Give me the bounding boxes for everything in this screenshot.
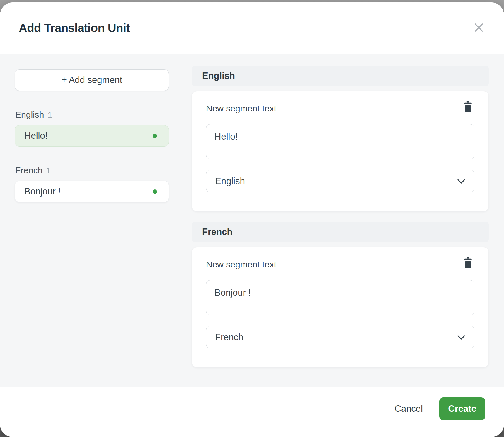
selected-language: English: [215, 176, 245, 187]
language-select-english[interactable]: English: [206, 170, 474, 192]
trash-icon: [463, 101, 473, 113]
language-select-french[interactable]: French: [206, 326, 474, 348]
delete-segment-button[interactable]: [462, 257, 474, 271]
segment-count-badge: 1: [46, 166, 51, 175]
close-button[interactable]: [472, 21, 486, 35]
segment-list-item-english[interactable]: Hello!: [15, 125, 169, 147]
green-dot-icon: [153, 189, 157, 194]
close-icon: [474, 22, 484, 34]
segment-editor-panel: English New segment text: [192, 66, 489, 387]
chevron-down-icon: [457, 176, 465, 187]
dialog-body: + Add segment English 1 Hello! French 1 …: [0, 54, 504, 387]
cancel-button[interactable]: Cancel: [395, 404, 423, 414]
delete-segment-button[interactable]: [462, 101, 474, 115]
segment-text-input[interactable]: Hello!: [206, 124, 474, 159]
segment-card-french: New segment text Bonjour !: [192, 247, 489, 367]
segment-text-input[interactable]: Bonjour !: [206, 280, 474, 315]
editor-section-french: French New segment text: [192, 222, 489, 367]
add-translation-unit-dialog: Add Translation Unit + Add segment Engli…: [0, 2, 504, 437]
dialog-footer: Cancel Create: [0, 387, 504, 437]
section-heading-english: English: [192, 66, 489, 86]
segment-card-english: New segment text Hello!: [192, 91, 489, 211]
segment-text-label: New segment text: [206, 260, 276, 270]
chevron-down-icon: [457, 332, 465, 343]
language-group-label-french: French 1: [15, 165, 169, 175]
segment-text-label: New segment text: [206, 104, 276, 114]
segment-text: Bonjour !: [24, 186, 61, 197]
green-dot-icon: [153, 134, 157, 138]
card-top-row: New segment text: [206, 257, 474, 271]
language-group-label-english: English 1: [15, 110, 169, 120]
dialog-header: Add Translation Unit: [0, 2, 504, 54]
trash-icon: [463, 257, 473, 269]
language-name: English: [15, 110, 44, 120]
section-heading-french: French: [192, 222, 489, 242]
dialog-title: Add Translation Unit: [19, 21, 130, 35]
add-segment-button[interactable]: + Add segment: [15, 69, 169, 91]
segment-text: Hello!: [24, 131, 47, 141]
language-name: French: [15, 165, 42, 175]
editor-section-english: English New segment text: [192, 66, 489, 211]
segment-count-badge: 1: [47, 110, 52, 120]
segments-sidebar: + Add segment English 1 Hello! French 1 …: [15, 66, 169, 387]
card-top-row: New segment text: [206, 101, 474, 115]
segment-list-item-french[interactable]: Bonjour !: [15, 181, 169, 202]
create-button[interactable]: Create: [439, 397, 485, 420]
selected-language: French: [215, 332, 243, 343]
